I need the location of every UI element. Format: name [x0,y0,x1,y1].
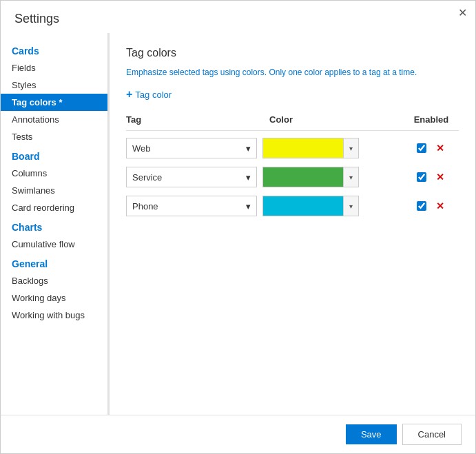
sidebar-item-fields[interactable]: Fields [1,59,107,76]
save-button[interactable]: Save [346,424,397,444]
tag-dropdown-web[interactable]: Web ▾ [126,138,257,158]
table-row: Web ▾ ▾ ✕ [126,134,459,163]
main-content: Tag colors Emphasize selected tags using… [110,33,475,415]
settings-dialog: ✕ Settings Cards Fields Styles Tag color… [0,0,476,454]
col-header-enabled: Enabled [404,114,459,125]
dialog-body: Cards Fields Styles Tag colors * Annotat… [1,33,475,415]
sidebar-section-general: General [1,253,107,272]
col-header-tag: Tag [126,114,264,125]
sidebar-item-columns[interactable]: Columns [1,165,107,182]
tag-value-service: Service [132,172,162,183]
enabled-checkbox-web[interactable] [417,143,426,153]
sidebar-section-cards: Cards [1,40,107,59]
description: Emphasize selected tags using colors. On… [126,68,459,77]
chevron-down-icon: ▾ [246,143,251,154]
color-chevron-phone: ▾ [343,196,358,216]
enabled-checkbox-service[interactable] [417,172,426,182]
sidebar-item-tests[interactable]: Tests [1,128,107,145]
chevron-down-icon: ▾ [246,201,251,211]
dialog-footer: Save Cancel [1,415,475,453]
tag-dropdown-service[interactable]: Service ▾ [126,167,257,187]
table-row: Phone ▾ ▾ ✕ [126,192,459,220]
add-tag-label: Tag color [135,90,172,100]
sidebar-item-backlogs[interactable]: Backlogs [1,272,107,289]
tag-dropdown-phone[interactable]: Phone ▾ [126,196,257,216]
sidebar-section-charts: Charts [1,216,107,236]
close-button[interactable]: ✕ [458,8,467,19]
color-chevron-web: ▾ [343,138,358,158]
color-swatch-phone [263,196,343,216]
description-before: Emphasize selected tags using colors. On… [126,68,288,77]
section-title: Tag colors [126,47,459,59]
chevron-down-icon: ▾ [246,172,251,183]
enabled-controls-web: ✕ [404,143,459,154]
plus-icon: + [126,88,132,101]
table-row: Service ▾ ▾ ✕ [126,163,459,192]
color-swatch-web [263,138,343,158]
sidebar-item-working-with-bugs[interactable]: Working with bugs [1,307,107,324]
color-chevron-service: ▾ [343,167,358,187]
col-header-color: Color [269,114,380,125]
description-after: color applies to a tag at a time. [302,68,417,77]
color-dropdown-phone[interactable]: ▾ [262,196,359,216]
add-tag-button[interactable]: + Tag color [126,88,172,101]
sidebar-item-card-reordering[interactable]: Card reordering [1,199,107,216]
enabled-checkbox-phone[interactable] [417,201,426,211]
tag-table: Tag Color Enabled Web ▾ ▾ [126,112,459,220]
sidebar-item-working-days[interactable]: Working days [1,289,107,307]
color-swatch-service [263,167,343,187]
color-dropdown-service[interactable]: ▾ [262,167,359,187]
enabled-controls-service: ✕ [404,172,459,183]
description-highlight: one [288,68,302,77]
delete-button-phone[interactable]: ✕ [435,200,446,211]
tag-value-web: Web [132,143,151,154]
sidebar-section-board: Board [1,145,107,165]
sidebar-item-annotations[interactable]: Annotations [1,111,107,128]
dialog-title: Settings [1,1,475,33]
sidebar-item-tag-colors[interactable]: Tag colors * [1,94,107,111]
cancel-button[interactable]: Cancel [402,424,462,445]
sidebar: Cards Fields Styles Tag colors * Annotat… [1,33,110,415]
enabled-controls-phone: ✕ [404,200,459,211]
sidebar-item-cumulative-flow[interactable]: Cumulative flow [1,236,107,253]
sidebar-item-styles[interactable]: Styles [1,76,107,94]
tag-value-phone: Phone [132,201,158,211]
delete-button-service[interactable]: ✕ [435,172,446,183]
table-header: Tag Color Enabled [126,112,459,131]
color-dropdown-web[interactable]: ▾ [262,138,359,158]
delete-button-web[interactable]: ✕ [435,143,446,154]
sidebar-item-swimlanes[interactable]: Swimlanes [1,182,107,199]
